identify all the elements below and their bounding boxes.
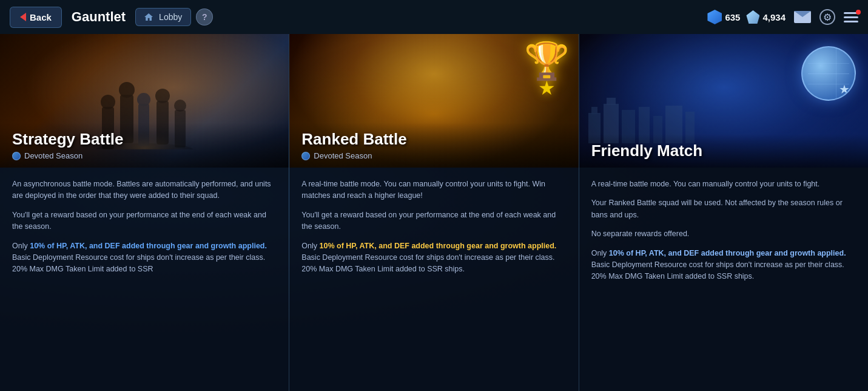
help-button[interactable]: ?: [196, 8, 213, 25]
svg-rect-16: [607, 98, 616, 105]
ranked-card-body: A real-time battle mode. You can manuall…: [289, 168, 578, 391]
gem-currency-icon: [746, 10, 759, 24]
strategy-highlight: 10% of HP, ATK, and DEF added through ge…: [30, 242, 267, 250]
svg-point-10: [174, 100, 186, 112]
topbar-right: 635 4,934 ⚙: [707, 9, 858, 25]
friendly-match-card[interactable]: ★ Friendly Match A real-time battle mode…: [579, 34, 868, 391]
globe-line2: [808, 63, 850, 64]
ranked-title-area: Ranked Battle Devoted Season: [289, 123, 578, 168]
cards-container: Strategy Battle Devoted Season An asynch…: [0, 34, 868, 391]
friendly-card-body: A real-time battle mode. You can manuall…: [579, 168, 868, 391]
strategy-card-subtitle: Devoted Season: [12, 151, 277, 160]
strategy-card-body: An asynchronous battle mode. Battles are…: [0, 168, 289, 391]
friendly-title-area: Friendly Match: [579, 134, 868, 168]
svg-point-4: [119, 82, 135, 98]
strategy-card-header: Strategy Battle Devoted Season: [0, 34, 289, 168]
svg-point-2: [101, 95, 115, 109]
globe-container: ★: [801, 46, 856, 101]
topbar: Back Gauntlet Lobby ? 635 4,934 ⚙: [0, 0, 868, 34]
page-title: Gauntlet: [72, 9, 126, 25]
svg-point-6: [137, 93, 150, 106]
back-button[interactable]: Back: [10, 7, 62, 28]
ranked-card-header: 🏆 ★ Ranked Battle Devoted Season: [289, 34, 578, 168]
ranked-desc1: A real-time battle mode. You can manuall…: [301, 178, 566, 202]
friendly-card-header: ★ Friendly Match: [579, 34, 868, 168]
strategy-season-icon: [12, 152, 21, 160]
menu-line-3: [844, 21, 858, 22]
lobby-label: Lobby: [159, 12, 182, 22]
ranked-subtitle-text: Devoted Season: [314, 151, 372, 160]
friendly-desc2: Your Ranked Battle squad will be used. N…: [591, 197, 856, 221]
ranked-desc2: You'll get a reward based on your perfor…: [301, 209, 566, 233]
svg-rect-14: [591, 107, 597, 114]
svg-point-8: [155, 89, 170, 103]
globe-sphere: ★: [801, 46, 856, 101]
globe-vert1: [836, 47, 836, 100]
ranked-season-icon: [301, 152, 310, 160]
globe-star-icon: ★: [839, 82, 850, 97]
friendly-card-title: Friendly Match: [591, 141, 856, 160]
strategy-title-area: Strategy Battle Devoted Season: [0, 123, 289, 168]
currency-hex-item: 635: [707, 10, 740, 24]
currency-gem-item: 4,934: [746, 10, 786, 24]
strategy-desc1: An asynchronous battle mode. Battles are…: [12, 178, 277, 202]
strategy-battle-card[interactable]: Strategy Battle Devoted Season An asynch…: [0, 34, 289, 391]
mail-icon[interactable]: [794, 11, 811, 23]
menu-icon[interactable]: [844, 12, 858, 22]
back-label: Back: [30, 12, 52, 22]
strategy-desc3: Only 10% of HP, ATK, and DEF added throu…: [12, 240, 277, 276]
ranked-card-subtitle: Devoted Season: [301, 151, 566, 160]
ranked-desc3: Only 10% of HP, ATK, and DEF added throu…: [301, 240, 566, 276]
strategy-subtitle-text: Devoted Season: [24, 151, 82, 160]
currency-group: 635 4,934: [707, 10, 786, 24]
menu-line-2: [844, 16, 858, 18]
ranked-battle-card[interactable]: 🏆 ★ Ranked Battle Devoted Season A re: [289, 34, 579, 391]
friendly-desc1: A real-time battle mode. You can manuall…: [591, 178, 856, 190]
ranked-highlight: 10% of HP, ATK, and DEF added through ge…: [320, 242, 557, 250]
strategy-card-title: Strategy Battle: [12, 130, 277, 149]
settings-icon[interactable]: ⚙: [819, 9, 835, 25]
friendly-highlight: 10% of HP, ATK, and DEF added through ge…: [609, 249, 846, 257]
menu-notification-dot: [856, 10, 861, 15]
lobby-button[interactable]: Lobby: [135, 8, 191, 26]
currency2-value: 4,934: [762, 12, 786, 22]
friendly-desc4: Only 10% of HP, ATK, and DEF added throu…: [591, 248, 856, 283]
home-icon: [144, 13, 153, 21]
globe-line1: [808, 73, 850, 74]
friendly-desc3: No separate rewards offered.: [591, 228, 856, 240]
currency1-value: 635: [725, 12, 740, 22]
hex-currency-icon: [707, 10, 722, 24]
back-arrow-icon: [20, 13, 26, 21]
strategy-desc2: You'll get a reward based on your perfor…: [12, 209, 277, 233]
ranked-card-title: Ranked Battle: [301, 130, 566, 149]
help-label: ?: [202, 12, 207, 22]
